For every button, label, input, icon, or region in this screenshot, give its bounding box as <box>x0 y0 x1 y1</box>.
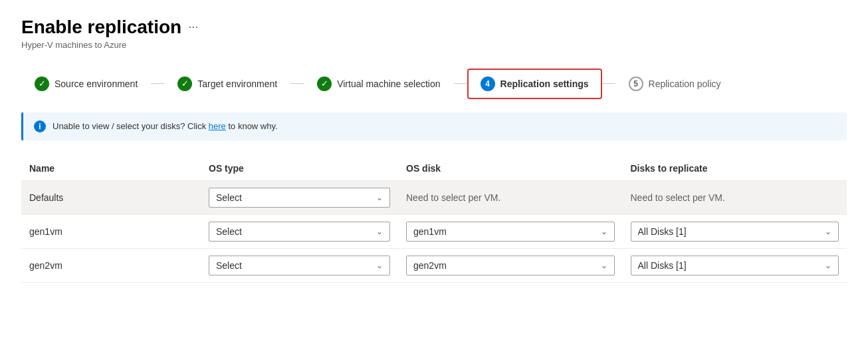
os-type-select-gen1vm[interactable]: Select ⌄ <box>209 222 390 242</box>
disks-cell-defaults: Need to select per VM. <box>623 180 847 214</box>
step-number-icon-inactive: 5 <box>629 77 643 91</box>
info-text: Unable to view / select your disks? Clic… <box>53 121 278 131</box>
os-type-select-defaults[interactable]: Select ⌄ <box>209 188 390 208</box>
os-type-cell-gen1vm[interactable]: Select ⌄ <box>201 214 398 248</box>
step-replication-policy[interactable]: 5 Replication policy <box>615 69 734 99</box>
chevron-down-icon: ⌄ <box>601 261 607 270</box>
info-link[interactable]: here <box>209 121 226 131</box>
chevron-down-icon: ⌄ <box>825 261 831 270</box>
os-type-select-gen2vm[interactable]: Select ⌄ <box>209 256 390 275</box>
os-disk-select-gen1vm[interactable]: gen1vm ⌄ <box>406 222 615 242</box>
vm-table: Name OS type OS disk Disks to replicate … <box>21 156 847 283</box>
col-header-name: Name <box>21 156 201 181</box>
os-disk-cell-defaults: Need to select per VM. <box>398 180 623 214</box>
step-label: Replication settings <box>500 79 589 89</box>
disks-cell-gen1vm[interactable]: All Disks [1] ⌄ <box>623 214 847 248</box>
chevron-down-icon: ⌄ <box>601 227 607 236</box>
chevron-down-icon: ⌄ <box>825 227 831 236</box>
table-row: gen1vm Select ⌄ gen1vm ⌄ All Disks [1] ⌄ <box>21 214 847 248</box>
col-header-disks-to-replicate: Disks to replicate <box>623 156 847 181</box>
row-name-gen2vm: gen2vm <box>21 248 201 282</box>
step-divider <box>290 83 304 84</box>
step-complete-icon: ✓ <box>35 77 49 91</box>
step-divider <box>151 83 164 84</box>
step-divider <box>454 83 467 84</box>
step-source-environment[interactable]: ✓ Source environment <box>21 69 151 99</box>
disks-muted-text: Need to select per VM. <box>631 192 725 203</box>
col-header-os-disk: OS disk <box>398 156 623 181</box>
os-disk-cell-gen1vm[interactable]: gen1vm ⌄ <box>398 214 623 248</box>
os-type-cell-defaults[interactable]: Select ⌄ <box>201 180 398 214</box>
page-header: Enable replication ··· Hyper-V machines … <box>21 16 847 50</box>
step-replication-settings[interactable]: 4 Replication settings <box>467 69 602 99</box>
disks-cell-gen2vm[interactable]: All Disks [1] ⌄ <box>623 248 847 282</box>
col-header-os-type: OS type <box>201 156 398 181</box>
step-label: Source environment <box>54 79 138 89</box>
table-header-row: Name OS type OS disk Disks to replicate <box>21 156 847 181</box>
step-divider <box>602 83 615 84</box>
row-name-gen1vm: gen1vm <box>21 214 201 248</box>
more-options-icon[interactable]: ··· <box>188 20 198 34</box>
step-number-icon: 4 <box>481 77 495 91</box>
step-label: Virtual machine selection <box>337 79 440 89</box>
step-complete-icon: ✓ <box>177 77 192 91</box>
step-target-environment[interactable]: ✓ Target environment <box>164 69 290 99</box>
os-disk-cell-gen2vm[interactable]: gen2vm ⌄ <box>398 248 623 282</box>
disks-select-gen1vm[interactable]: All Disks [1] ⌄ <box>631 222 839 242</box>
os-disk-select-gen2vm[interactable]: gen2vm ⌄ <box>406 256 615 275</box>
disks-select-gen2vm[interactable]: All Disks [1] ⌄ <box>631 256 839 275</box>
info-icon: i <box>34 120 46 132</box>
chevron-down-icon: ⌄ <box>376 193 383 202</box>
os-disk-muted-text: Need to select per VM. <box>406 192 500 203</box>
steps-bar: ✓ Source environment ✓ Target environmen… <box>21 69 847 99</box>
step-complete-icon: ✓ <box>317 77 332 91</box>
row-name-defaults: Defaults <box>21 180 201 214</box>
page-subtitle: Hyper-V machines to Azure <box>21 40 847 50</box>
step-vm-selection[interactable]: ✓ Virtual machine selection <box>304 69 453 99</box>
table-row: Defaults Select ⌄ Need to select per VM.… <box>21 180 847 214</box>
chevron-down-icon: ⌄ <box>376 227 383 236</box>
info-banner: i Unable to view / select your disks? Cl… <box>21 112 847 140</box>
os-type-cell-gen2vm[interactable]: Select ⌄ <box>201 248 398 282</box>
step-label: Replication policy <box>649 79 721 89</box>
page-title: Enable replication <box>21 16 181 39</box>
step-label: Target environment <box>197 79 277 89</box>
chevron-down-icon: ⌄ <box>376 261 383 270</box>
table-row: gen2vm Select ⌄ gen2vm ⌄ All Disks [1] ⌄ <box>21 248 847 282</box>
